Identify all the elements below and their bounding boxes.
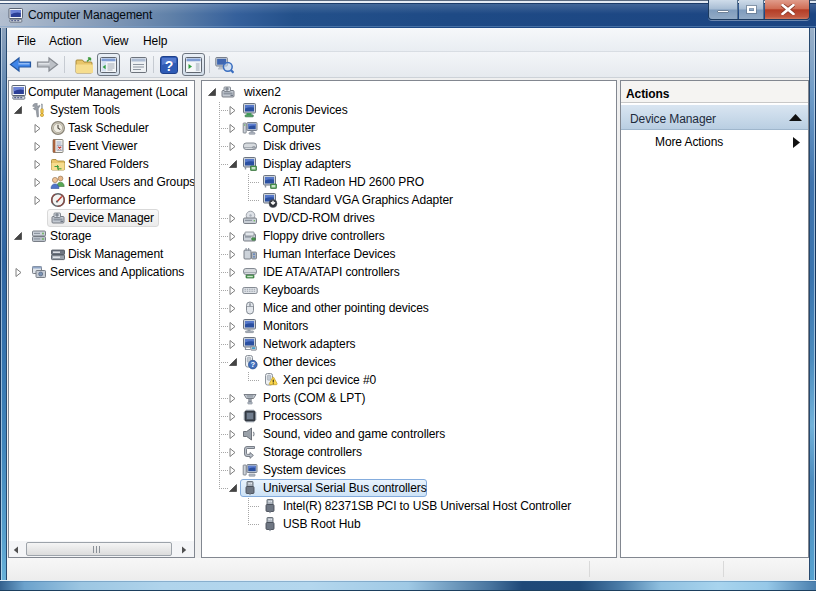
svg-text:?: ? [165, 58, 174, 74]
svg-text:?: ? [251, 360, 256, 369]
